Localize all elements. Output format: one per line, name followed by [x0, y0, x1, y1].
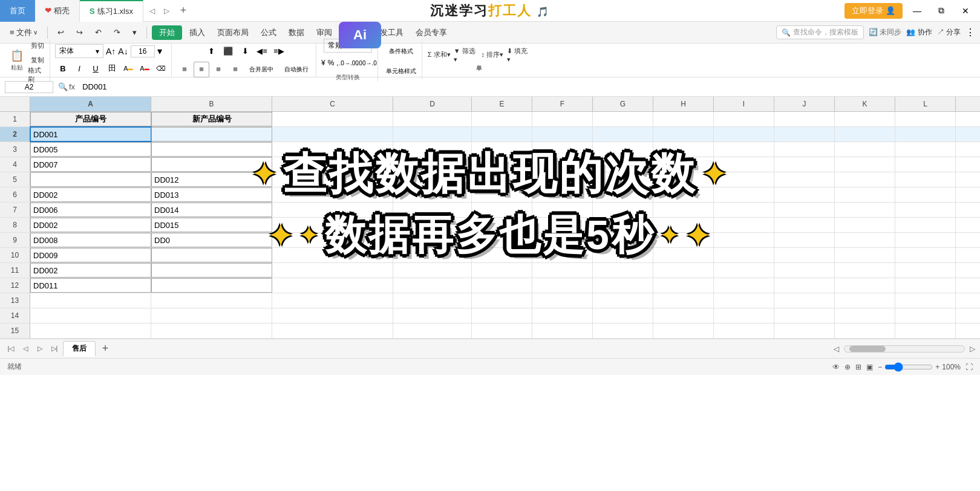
underline-button[interactable]: U: [88, 60, 103, 76]
col-header-f[interactable]: F: [532, 97, 593, 111]
decimal-dec-btn[interactable]: .00→.0: [359, 55, 375, 71]
cell-g2[interactable]: [593, 127, 653, 141]
cell-j2[interactable]: [774, 127, 835, 141]
cell-e14[interactable]: [472, 308, 532, 323]
filter-button[interactable]: ▼ 筛选▾: [454, 48, 478, 62]
cell-m4[interactable]: [956, 157, 980, 172]
cell-m1[interactable]: [956, 112, 980, 126]
share-btn[interactable]: ↗ 分享: [937, 27, 961, 37]
cell-e2[interactable]: [472, 127, 532, 141]
cell-j11[interactable]: [774, 263, 835, 278]
cell-d15[interactable]: [393, 324, 472, 338]
cell-f2[interactable]: [532, 127, 593, 141]
conditional-format-btn[interactable]: 条件格式: [383, 42, 419, 61]
cell-l8[interactable]: [895, 218, 956, 232]
cell-f8[interactable]: [532, 218, 593, 232]
menu-undo[interactable]: ↩: [53, 26, 69, 39]
menu-redo[interactable]: ↪: [71, 26, 88, 39]
tab-add-btn[interactable]: +: [175, 2, 192, 19]
cell-g12[interactable]: [593, 278, 653, 293]
cell-l3[interactable]: [895, 142, 956, 157]
menu-redo2[interactable]: ↷: [109, 26, 125, 39]
align-bottom-btn[interactable]: ⬇: [237, 44, 253, 59]
cell-d12[interactable]: [393, 278, 472, 293]
cell-e1[interactable]: [472, 112, 532, 126]
cell-f11[interactable]: [532, 263, 593, 278]
cell-h10[interactable]: [653, 248, 714, 262]
cell-a13[interactable]: [30, 293, 151, 308]
format-painter-button[interactable]: 格式刷: [28, 68, 47, 82]
bold-button[interactable]: B: [55, 60, 71, 76]
cell-k10[interactable]: [835, 248, 895, 262]
cell-h9[interactable]: [653, 233, 714, 247]
cell-a2[interactable]: DD001: [30, 127, 151, 141]
cell-g9[interactable]: [593, 233, 653, 247]
cell-d6[interactable]: [393, 187, 472, 202]
cell-c11[interactable]: [272, 263, 393, 278]
view-grid-icon[interactable]: ⊕: [844, 363, 851, 371]
cell-c1[interactable]: [272, 112, 393, 126]
cell-k3[interactable]: [835, 142, 895, 157]
cell-b12[interactable]: [151, 278, 272, 293]
cell-d4[interactable]: [393, 157, 472, 172]
cell-a6[interactable]: DD002: [30, 187, 151, 202]
hscroll-left[interactable]: ◁: [834, 345, 839, 353]
cell-m12[interactable]: [956, 278, 980, 293]
cell-l11[interactable]: [895, 263, 956, 278]
cell-h5[interactable]: [653, 172, 714, 187]
cell-d11[interactable]: [393, 263, 472, 278]
cell-g14[interactable]: [593, 308, 653, 323]
cell-b1[interactable]: 新产品编号: [151, 112, 272, 126]
indent-inc-btn[interactable]: ≡▶: [271, 44, 287, 59]
col-header-c[interactable]: C: [272, 97, 393, 111]
cell-i14[interactable]: [714, 308, 774, 323]
cell-a7[interactable]: DD006: [30, 203, 151, 217]
cell-l9[interactable]: [895, 233, 956, 247]
cell-e15[interactable]: [472, 324, 532, 338]
cell-c13[interactable]: [272, 293, 393, 308]
cell-a5[interactable]: [30, 172, 151, 187]
cell-d7[interactable]: [393, 203, 472, 217]
zoom-out-btn[interactable]: −: [878, 363, 882, 371]
cell-d13[interactable]: [393, 293, 472, 308]
cell-f13[interactable]: [532, 293, 593, 308]
cell-g15[interactable]: [593, 324, 653, 338]
cell-b15[interactable]: [151, 324, 272, 338]
zoom-in-btn[interactable]: +: [935, 363, 939, 371]
cell-e12[interactable]: [472, 278, 532, 293]
cut-button[interactable]: 剪切: [28, 39, 47, 53]
cell-b9[interactable]: DD0: [151, 233, 272, 247]
cell-d10[interactable]: [393, 248, 472, 262]
cell-b4[interactable]: [151, 157, 272, 172]
cell-a4[interactable]: DD007: [30, 157, 151, 172]
cell-h8[interactable]: [653, 218, 714, 232]
cell-j4[interactable]: [774, 157, 835, 172]
cell-e11[interactable]: [472, 263, 532, 278]
cell-h11[interactable]: [653, 263, 714, 278]
cell-f3[interactable]: [532, 142, 593, 157]
cell-i5[interactable]: [714, 172, 774, 187]
cell-c14[interactable]: [272, 308, 393, 323]
sheet-nav-last[interactable]: ▷|: [48, 343, 60, 355]
cell-j1[interactable]: [774, 112, 835, 126]
menu-insert[interactable]: 插入: [185, 25, 210, 40]
cell-b10[interactable]: [151, 248, 272, 262]
menu-data[interactable]: 数据: [284, 25, 309, 40]
cell-b11[interactable]: [151, 263, 272, 278]
cell-g1[interactable]: [593, 112, 653, 126]
cell-h12[interactable]: [653, 278, 714, 293]
fill-color-btn[interactable]: A▬: [120, 60, 136, 76]
sheet-nav-next[interactable]: ▷: [34, 343, 46, 355]
col-header-e[interactable]: E: [472, 97, 532, 111]
cell-c9[interactable]: [272, 233, 393, 247]
cell-b14[interactable]: [151, 308, 272, 323]
minimize-button[interactable]: —: [907, 2, 927, 19]
cell-i9[interactable]: [714, 233, 774, 247]
cell-m6[interactable]: [956, 187, 980, 202]
decimal-inc-btn[interactable]: .0→.00: [341, 55, 357, 71]
tab-prev-btn[interactable]: ◁: [146, 4, 159, 18]
tab-xlsx[interactable]: S 练习1.xlsx: [80, 0, 143, 22]
cell-c3[interactable]: [272, 142, 393, 157]
zoom-slider[interactable]: [884, 362, 933, 372]
font-shrink-btn[interactable]: A↓: [118, 47, 128, 56]
